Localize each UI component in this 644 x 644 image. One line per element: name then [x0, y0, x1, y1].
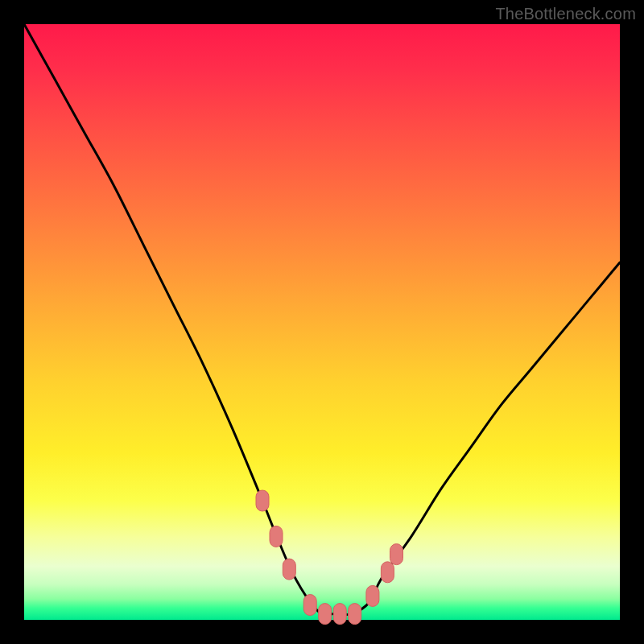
curve-marker — [333, 604, 346, 625]
curve-marker — [256, 490, 269, 511]
attribution-text: TheBottleneck.com — [495, 5, 636, 23]
chart-svg — [24, 24, 620, 620]
curve-marker — [390, 544, 403, 565]
curve-marker — [283, 559, 295, 580]
bottleneck-curve — [24, 24, 620, 615]
curve-marker — [381, 562, 394, 583]
curve-marker — [270, 526, 283, 547]
curve-marker — [366, 585, 379, 606]
chart-frame: TheBottleneck.com — [0, 0, 644, 644]
curve-markers — [256, 490, 403, 625]
curve-marker — [319, 604, 332, 625]
plot-area — [24, 24, 620, 620]
curve-marker — [349, 604, 361, 625]
curve-marker — [303, 595, 316, 616]
